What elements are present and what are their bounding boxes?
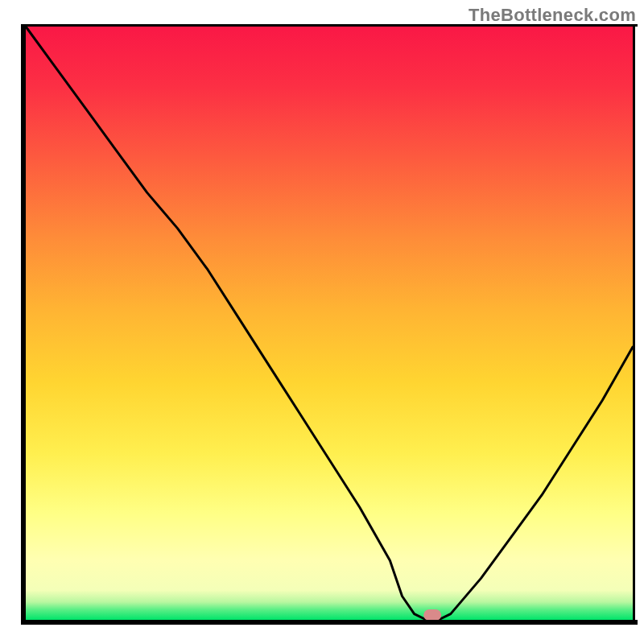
svg-rect-5 bbox=[633, 24, 635, 625]
svg-rect-3 bbox=[21, 620, 638, 625]
chart-container: TheBottleneck.com bbox=[0, 0, 644, 644]
bottleneck-chart bbox=[0, 0, 644, 644]
svg-rect-0 bbox=[26, 27, 633, 620]
watermark-text: TheBottleneck.com bbox=[469, 5, 636, 26]
svg-rect-1 bbox=[423, 609, 441, 621]
svg-rect-2 bbox=[21, 24, 26, 625]
